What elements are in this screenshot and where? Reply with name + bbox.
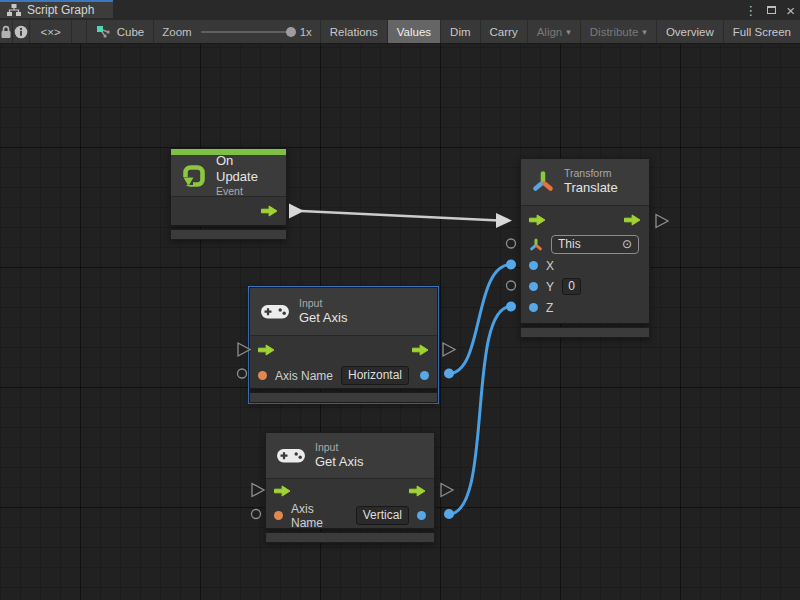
tab-script-graph[interactable]: Script Graph xyxy=(0,0,113,18)
graph-node-icon xyxy=(96,25,111,38)
transform-axes-icon xyxy=(529,238,543,252)
port-label-z: Z xyxy=(546,301,553,315)
node-footer xyxy=(520,327,650,338)
graph-object-label: Cube xyxy=(117,26,145,38)
full-screen-button[interactable]: Full Screen xyxy=(724,20,800,43)
code-view-button[interactable]: <×> xyxy=(30,20,73,43)
on-update-loop-icon xyxy=(181,163,207,189)
node-get-axis-horizontal[interactable]: Input Get Axis xyxy=(249,287,438,403)
dim-toggle[interactable]: Dim xyxy=(441,20,480,43)
port-label-x: X xyxy=(546,259,554,273)
port-type-icon[interactable] xyxy=(529,261,538,270)
info-button[interactable] xyxy=(13,20,30,43)
node-header: Input Get Axis xyxy=(250,288,437,335)
node-header: Input Get Axis xyxy=(266,433,434,478)
maximize-icon[interactable] xyxy=(767,6,776,14)
values-toggle[interactable]: Values xyxy=(388,20,441,43)
graph-tree-icon xyxy=(7,4,21,16)
overview-button[interactable]: Overview xyxy=(657,20,724,43)
float-output-type-icon[interactable] xyxy=(420,371,429,380)
gamepad-icon xyxy=(276,446,306,465)
toolbar-spacer xyxy=(72,20,86,43)
zoom-control: Zoom 1x xyxy=(154,20,321,43)
graph-canvas[interactable]: On Update Event xyxy=(0,44,800,600)
info-icon xyxy=(14,25,28,39)
exec-input-port-arrow[interactable] xyxy=(258,344,275,356)
exec-output-port-arrow[interactable] xyxy=(261,205,278,217)
node-footer xyxy=(249,392,438,403)
port-label-y: Y xyxy=(546,280,554,294)
tab-bar: Script Graph ⋮ × xyxy=(0,0,800,20)
align-dropdown[interactable]: Align ▾ xyxy=(528,20,581,43)
axis-name-field[interactable]: Horizontal xyxy=(341,366,409,385)
exec-output-port-arrow[interactable] xyxy=(624,214,641,226)
chevron-down-icon: ▾ xyxy=(566,27,571,37)
node-header: On Update Event xyxy=(171,155,286,196)
node-translate[interactable]: Transform Translate xyxy=(520,158,650,338)
string-port-type-icon[interactable] xyxy=(274,511,283,520)
node-subtitle: Event xyxy=(216,185,276,198)
window-controls: ⋮ × xyxy=(744,0,795,20)
exec-output-port-arrow[interactable] xyxy=(412,344,429,356)
gamepad-icon xyxy=(260,302,290,321)
tab-title: Script Graph xyxy=(27,3,94,17)
window-menu-icon[interactable]: ⋮ xyxy=(744,4,757,17)
string-port-type-icon[interactable] xyxy=(258,371,267,380)
port-type-icon[interactable] xyxy=(529,303,538,312)
node-on-update[interactable]: On Update Event xyxy=(170,148,287,240)
axis-name-label: Axis Name xyxy=(275,369,333,383)
zoom-slider[interactable] xyxy=(201,31,291,33)
target-object-field[interactable]: This ⊙ xyxy=(551,235,639,254)
zoom-value: 1x xyxy=(300,26,312,38)
chevron-down-icon: ▾ xyxy=(642,27,647,37)
axis-name-field[interactable]: Vertical xyxy=(356,506,409,525)
node-header: Transform Translate xyxy=(521,159,649,205)
zoom-label: Zoom xyxy=(162,26,191,38)
y-value-field[interactable]: 0 xyxy=(562,278,581,295)
node-footer xyxy=(170,229,287,240)
node-category: Input xyxy=(299,297,347,310)
transform-axes-icon xyxy=(531,170,555,194)
lock-button[interactable] xyxy=(0,20,13,43)
port-type-icon[interactable] xyxy=(529,282,538,291)
node-footer xyxy=(265,532,435,543)
node-get-axis-vertical[interactable]: Input Get Axis xyxy=(265,432,435,543)
zoom-slider-handle[interactable] xyxy=(286,27,296,37)
node-title: Translate xyxy=(564,180,618,196)
exec-output-port-arrow[interactable] xyxy=(409,485,426,497)
target-object-value: This xyxy=(558,237,581,252)
node-title: On Update xyxy=(216,153,276,186)
graph-object-button[interactable]: Cube xyxy=(87,20,155,43)
node-title: Get Axis xyxy=(315,454,363,470)
float-output-type-icon[interactable] xyxy=(417,511,426,520)
lock-icon xyxy=(0,25,12,39)
object-picker-icon[interactable]: ⊙ xyxy=(622,237,632,252)
toolbar: <×> Cube Zoom 1x Relations Values Dim Ca… xyxy=(0,20,800,44)
code-icon: <×> xyxy=(41,26,61,38)
carry-toggle[interactable]: Carry xyxy=(481,20,528,43)
node-title: Get Axis xyxy=(299,310,347,326)
node-category: Transform xyxy=(564,167,618,180)
close-icon[interactable]: × xyxy=(786,3,795,18)
relations-toggle[interactable]: Relations xyxy=(321,20,388,43)
distribute-dropdown[interactable]: Distribute ▾ xyxy=(581,20,657,43)
exec-input-port-arrow[interactable] xyxy=(529,214,546,226)
node-category: Input xyxy=(315,441,363,454)
exec-input-port-arrow[interactable] xyxy=(274,485,291,497)
axis-name-label: Axis Name xyxy=(291,502,348,530)
